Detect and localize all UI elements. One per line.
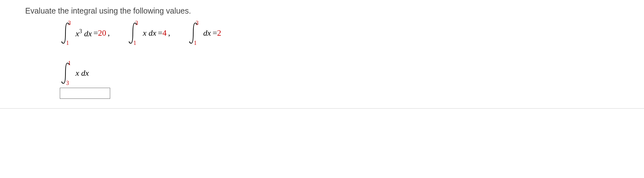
equals: = [93, 28, 98, 38]
given-integral-3: 3 1 dx = 2 [188, 22, 221, 44]
upper-limit: 3 [196, 20, 199, 27]
given-integral-2: 3 1 x dx = 4, [127, 22, 170, 44]
integral-sign-icon: 3 1 [60, 22, 71, 44]
integrand: x dx [76, 68, 89, 78]
question-container: Evaluate the integral using the followin… [0, 6, 644, 109]
given-equations-row: 3 1 x3 dx = 20, 3 1 x dx = 4, [25, 22, 619, 44]
lower-limit: 3 [66, 80, 69, 86]
integral-sign-icon: 3 1 [127, 22, 138, 44]
given-integral-1: 3 1 x3 dx = 20, [60, 22, 110, 44]
integral-sign-icon: 1 3 [60, 62, 71, 85]
integral-sign-icon: 3 1 [188, 22, 199, 44]
integrand: x dx [143, 28, 156, 38]
upper-limit: 3 [68, 20, 71, 27]
lower-limit: 1 [133, 40, 136, 46]
integrand: x3 dx [76, 28, 92, 39]
value: 2 [217, 28, 221, 38]
target-integral: 1 3 x dx [60, 62, 619, 85]
upper-limit: 1 [68, 60, 71, 67]
upper-limit: 3 [135, 20, 138, 27]
answer-input[interactable] [60, 88, 110, 99]
target-section: 1 3 x dx [25, 62, 619, 99]
equals: = [212, 28, 217, 38]
equals: = [158, 28, 162, 38]
question-text: Evaluate the integral using the followin… [25, 6, 619, 15]
lower-limit: 1 [66, 40, 69, 46]
lower-limit: 1 [194, 40, 197, 46]
value: 4 [162, 28, 167, 38]
integrand: dx [203, 28, 211, 38]
value: 20 [98, 28, 106, 38]
